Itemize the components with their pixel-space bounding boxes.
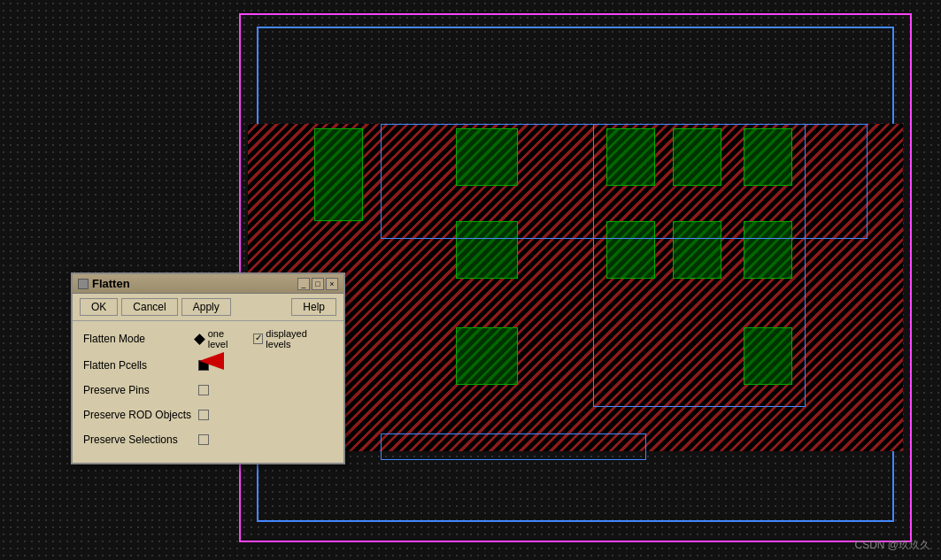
dialog-button-row: OK Cancel Apply Help <box>73 294 343 321</box>
one-level-radio <box>194 334 205 345</box>
dialog-title-left: Flatten <box>78 277 130 290</box>
dialog-title: Flatten <box>92 277 130 290</box>
flatten-pcells-label: Flatten Pcells <box>83 359 198 372</box>
dialog-body: Flatten Mode one level displayed levels … <box>73 321 343 463</box>
blue-inner-border-3 <box>381 433 646 460</box>
minimize-button[interactable]: _ <box>297 278 310 290</box>
watermark: CSDN @玖玖久 <box>854 538 930 553</box>
one-level-label: one level <box>208 328 246 349</box>
ok-button[interactable]: OK <box>80 298 118 316</box>
flatten-mode-label: Flatten Mode <box>83 333 196 345</box>
dialog-icon <box>78 279 89 289</box>
displayed-levels-label: displayed levels <box>266 328 333 349</box>
restore-button[interactable]: □ <box>312 278 324 290</box>
green-region-1 <box>314 128 363 221</box>
displayed-levels-option[interactable]: displayed levels <box>253 328 333 349</box>
preserve-pins-checkbox[interactable] <box>198 385 209 395</box>
preserve-selections-row: Preserve Selections <box>83 431 333 449</box>
dialog-title-controls: _ □ × <box>297 278 338 290</box>
red-arrow-indicator <box>199 352 224 370</box>
preserve-selections-checkbox[interactable] <box>198 434 209 445</box>
preserve-pins-row: Preserve Pins <box>83 381 333 399</box>
preserve-rod-row: Preserve ROD Objects <box>83 406 333 424</box>
apply-button[interactable]: Apply <box>181 298 231 316</box>
help-button[interactable]: Help <box>291 298 336 316</box>
preserve-rod-checkbox[interactable] <box>198 410 209 420</box>
flatten-mode-row: Flatten Mode one level displayed levels <box>83 328 333 349</box>
flatten-mode-options: one level displayed levels <box>196 328 333 349</box>
preserve-rod-label: Preserve ROD Objects <box>83 409 198 421</box>
green-region-10 <box>456 327 518 385</box>
dialog-titlebar: Flatten _ □ × <box>73 274 343 294</box>
close-button[interactable]: × <box>326 278 338 290</box>
blue-inner-border-2 <box>593 124 806 407</box>
preserve-selections-label: Preserve Selections <box>83 433 198 446</box>
one-level-option[interactable]: one level <box>196 328 246 349</box>
preserve-pins-label: Preserve Pins <box>83 384 198 396</box>
displayed-levels-radio <box>253 334 264 344</box>
cancel-button[interactable]: Cancel <box>121 298 177 316</box>
